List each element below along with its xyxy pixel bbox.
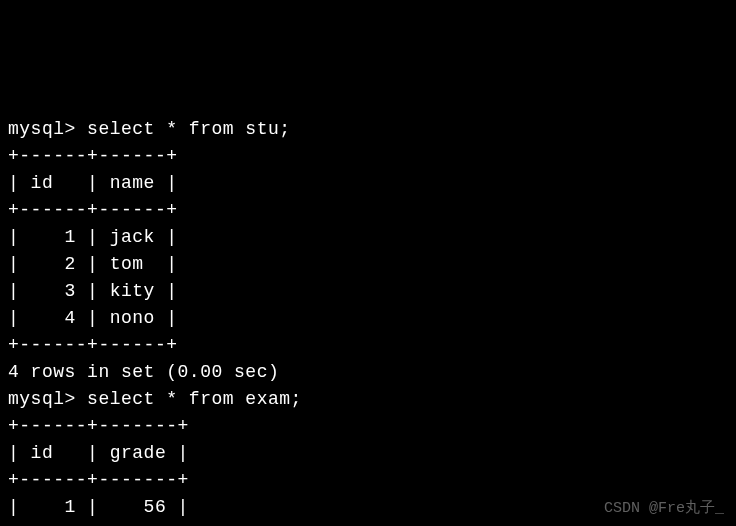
table-row: | 1 | jack | [8,224,728,251]
table-row: | 3 | kity | [8,278,728,305]
table-border: +------+------+ [8,143,728,170]
table-border: +------+------+ [8,197,728,224]
watermark: CSDN @Fre丸子_ [604,498,724,521]
table-border: +------+------+ [8,332,728,359]
prompt-line: mysql> select * from stu; [8,116,728,143]
table-header: | id | grade | [8,440,728,467]
result-message: 4 rows in set (0.00 sec) [8,359,728,386]
table-header: | id | name | [8,170,728,197]
prompt-line: mysql> select * from exam; [8,386,728,413]
table-row: | 2 | tom | [8,251,728,278]
terminal-output: mysql> select * from stu;+------+------+… [8,116,728,526]
table-border: +------+-------+ [8,467,728,494]
table-row: | 2 | 76 | [8,521,728,526]
table-border: +------+-------+ [8,413,728,440]
table-row: | 4 | nono | [8,305,728,332]
